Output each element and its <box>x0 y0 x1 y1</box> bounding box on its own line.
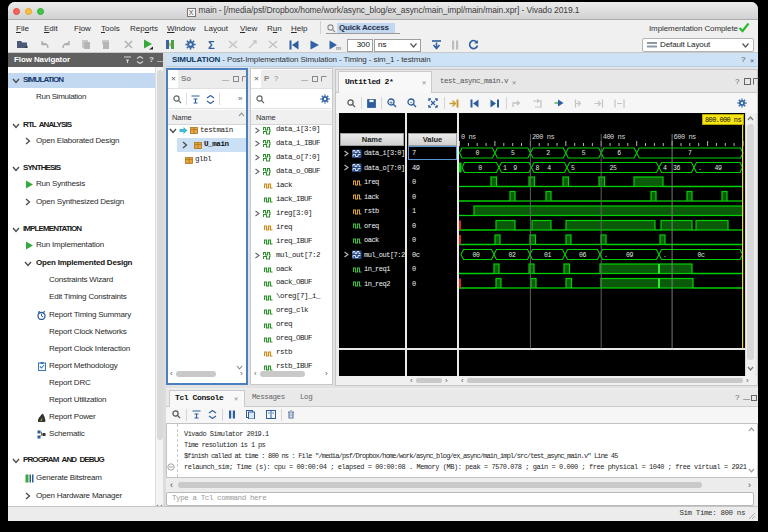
svg-text:9: 9 <box>513 165 517 172</box>
svg-text:400 ns: 400 ns <box>603 133 626 141</box>
svg-text:06: 06 <box>579 252 587 259</box>
svg-text:8: 8 <box>536 165 540 172</box>
svg-text:02: 02 <box>508 252 516 259</box>
svg-text:600 ns: 600 ns <box>674 133 697 141</box>
svg-text:5: 5 <box>571 165 575 172</box>
svg-text:25: 25 <box>609 165 617 172</box>
svg-text:+: + <box>389 99 393 105</box>
svg-text:09: 09 <box>626 252 634 259</box>
svg-text:.: . <box>663 252 667 259</box>
svg-text:m: m <box>336 44 341 50</box>
svg-text:0 ns: 0 ns <box>461 133 476 141</box>
svg-text:5: 5 <box>582 150 586 157</box>
svg-text:4: 4 <box>547 165 551 172</box>
svg-text:2: 2 <box>546 150 550 157</box>
svg-text:6: 6 <box>617 150 621 157</box>
svg-text:.: . <box>604 252 608 259</box>
svg-text:0c: 0c <box>697 252 705 259</box>
svg-text:0: 0 <box>478 165 482 172</box>
svg-text:36: 36 <box>673 165 681 172</box>
svg-text:.: . <box>698 165 702 172</box>
svg-text:01: 01 <box>544 252 552 259</box>
svg-text:1: 1 <box>503 165 507 172</box>
svg-text:00: 00 <box>472 252 480 259</box>
svg-text:7: 7 <box>688 150 692 157</box>
svg-text:200 ns: 200 ns <box>532 133 555 141</box>
svg-text:5: 5 <box>511 150 515 157</box>
svg-text:4: 4 <box>663 165 667 172</box>
svg-text:-: - <box>410 99 412 105</box>
svg-text:0: 0 <box>475 150 479 157</box>
svg-text:49: 49 <box>714 165 722 172</box>
